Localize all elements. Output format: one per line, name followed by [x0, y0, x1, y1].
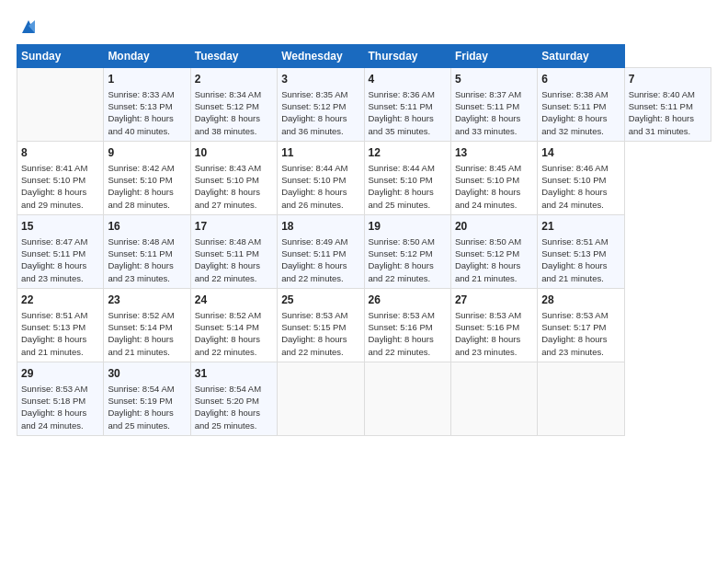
calendar-cell	[364, 362, 450, 435]
calendar-cell: 2Sunrise: 8:34 AMSunset: 5:12 PMDaylight…	[190, 68, 277, 142]
calendar-cell	[17, 68, 104, 142]
calendar-cell: 1Sunrise: 8:33 AMSunset: 5:13 PMDaylight…	[104, 68, 190, 142]
calendar-cell: 6Sunrise: 8:38 AMSunset: 5:11 PMDaylight…	[538, 68, 624, 142]
calendar-cell: 13Sunrise: 8:45 AMSunset: 5:10 PMDayligh…	[450, 141, 537, 214]
page-header	[17, 17, 711, 37]
header-row: SundayMondayTuesdayWednesdayThursdayFrid…	[17, 45, 711, 68]
day-number: 30	[108, 366, 186, 382]
logo	[17, 17, 39, 37]
calendar-cell	[278, 362, 364, 435]
calendar-cell: 30Sunrise: 8:54 AMSunset: 5:19 PMDayligh…	[104, 362, 190, 435]
calendar-cell: 29Sunrise: 8:53 AMSunset: 5:18 PMDayligh…	[17, 362, 104, 435]
week-row-4: 22Sunrise: 8:51 AMSunset: 5:13 PMDayligh…	[17, 288, 711, 362]
day-number: 23	[108, 293, 186, 308]
day-number: 2	[195, 72, 273, 87]
day-number: 3	[281, 72, 359, 87]
calendar-cell: 20Sunrise: 8:50 AMSunset: 5:12 PMDayligh…	[450, 214, 537, 288]
day-number: 1	[108, 72, 186, 87]
day-number: 12	[369, 145, 447, 161]
day-number: 7	[629, 72, 707, 87]
day-number: 22	[21, 293, 99, 308]
calendar-cell: 17Sunrise: 8:48 AMSunset: 5:11 PMDayligh…	[190, 214, 277, 288]
day-number: 21	[541, 219, 620, 235]
calendar-cell: 19Sunrise: 8:50 AMSunset: 5:12 PMDayligh…	[364, 214, 450, 288]
day-number: 25	[281, 293, 359, 308]
day-header-wednesday: Wednesday	[278, 45, 364, 68]
day-number: 29	[21, 366, 99, 382]
calendar-cell: 4Sunrise: 8:36 AMSunset: 5:11 PMDaylight…	[364, 68, 450, 142]
day-number: 18	[281, 219, 359, 235]
logo-icon	[18, 17, 39, 37]
calendar-cell: 14Sunrise: 8:46 AMSunset: 5:10 PMDayligh…	[538, 141, 624, 214]
calendar-cell	[538, 362, 624, 435]
day-header-saturday: Saturday	[538, 45, 624, 68]
day-header-friday: Friday	[450, 45, 537, 68]
week-row-2: 8Sunrise: 8:41 AMSunset: 5:10 PMDaylight…	[17, 141, 711, 214]
calendar-cell: 31Sunrise: 8:54 AMSunset: 5:20 PMDayligh…	[190, 362, 277, 435]
calendar-cell: 7Sunrise: 8:40 AMSunset: 5:11 PMDaylight…	[624, 68, 711, 142]
day-number: 13	[455, 145, 533, 161]
day-number: 19	[369, 219, 447, 235]
day-header-thursday: Thursday	[364, 45, 450, 68]
calendar-cell: 21Sunrise: 8:51 AMSunset: 5:13 PMDayligh…	[538, 214, 624, 288]
week-row-5: 29Sunrise: 8:53 AMSunset: 5:18 PMDayligh…	[17, 362, 711, 435]
calendar-cell: 16Sunrise: 8:48 AMSunset: 5:11 PMDayligh…	[104, 214, 190, 288]
day-number: 31	[195, 366, 273, 382]
week-row-3: 15Sunrise: 8:47 AMSunset: 5:11 PMDayligh…	[17, 214, 711, 288]
day-number: 10	[195, 145, 273, 161]
calendar-cell: 27Sunrise: 8:53 AMSunset: 5:16 PMDayligh…	[450, 288, 537, 362]
day-number: 15	[21, 219, 99, 235]
calendar-table: SundayMondayTuesdayWednesdayThursdayFrid…	[17, 44, 711, 436]
day-number: 17	[195, 219, 273, 235]
calendar-page: SundayMondayTuesdayWednesdayThursdayFrid…	[0, 0, 728, 563]
day-number: 26	[369, 293, 447, 308]
calendar-cell: 25Sunrise: 8:53 AMSunset: 5:15 PMDayligh…	[278, 288, 364, 362]
day-header-monday: Monday	[104, 45, 190, 68]
calendar-cell: 3Sunrise: 8:35 AMSunset: 5:12 PMDaylight…	[278, 68, 364, 142]
day-number: 14	[541, 145, 620, 161]
calendar-cell	[450, 362, 537, 435]
day-header-sunday: Sunday	[17, 45, 104, 68]
day-number: 11	[281, 145, 359, 161]
calendar-cell: 26Sunrise: 8:53 AMSunset: 5:16 PMDayligh…	[364, 288, 450, 362]
calendar-cell: 11Sunrise: 8:44 AMSunset: 5:10 PMDayligh…	[278, 141, 364, 214]
calendar-cell: 23Sunrise: 8:52 AMSunset: 5:14 PMDayligh…	[104, 288, 190, 362]
day-number: 16	[108, 219, 186, 235]
calendar-cell: 9Sunrise: 8:42 AMSunset: 5:10 PMDaylight…	[104, 141, 190, 214]
calendar-cell: 15Sunrise: 8:47 AMSunset: 5:11 PMDayligh…	[17, 214, 104, 288]
day-number: 24	[195, 293, 273, 308]
calendar-cell: 10Sunrise: 8:43 AMSunset: 5:10 PMDayligh…	[190, 141, 277, 214]
calendar-cell: 24Sunrise: 8:52 AMSunset: 5:14 PMDayligh…	[190, 288, 277, 362]
calendar-cell: 5Sunrise: 8:37 AMSunset: 5:11 PMDaylight…	[450, 68, 537, 142]
calendar-cell: 28Sunrise: 8:53 AMSunset: 5:17 PMDayligh…	[538, 288, 624, 362]
day-number: 6	[541, 72, 620, 87]
day-number: 4	[369, 72, 447, 87]
day-number: 28	[541, 293, 620, 308]
week-row-1: 1Sunrise: 8:33 AMSunset: 5:13 PMDaylight…	[17, 68, 711, 142]
calendar-cell: 12Sunrise: 8:44 AMSunset: 5:10 PMDayligh…	[364, 141, 450, 214]
calendar-cell: 18Sunrise: 8:49 AMSunset: 5:11 PMDayligh…	[278, 214, 364, 288]
day-number: 9	[108, 145, 186, 161]
day-number: 20	[455, 219, 533, 235]
day-number: 5	[455, 72, 533, 87]
day-number: 8	[21, 145, 99, 161]
day-number: 27	[455, 293, 533, 308]
calendar-cell: 22Sunrise: 8:51 AMSunset: 5:13 PMDayligh…	[17, 288, 104, 362]
calendar-cell: 8Sunrise: 8:41 AMSunset: 5:10 PMDaylight…	[17, 141, 104, 214]
day-header-tuesday: Tuesday	[190, 45, 277, 68]
